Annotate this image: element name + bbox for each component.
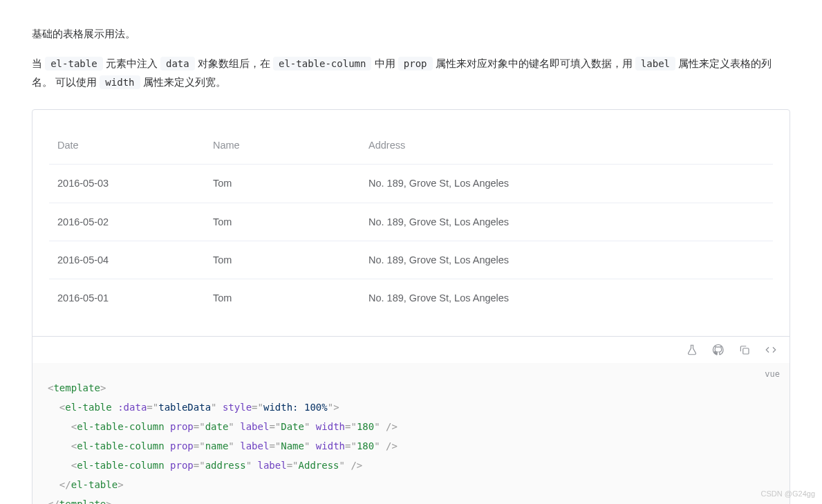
intro-line1: 基础的表格展示用法。	[32, 24, 790, 43]
watermark: CSDN @G24gg	[761, 487, 815, 501]
demo-body: Date Name Address 2016-05-03 Tom No. 189…	[32, 110, 790, 335]
table-row: 2016-05-04 Tom No. 189, Grove St, Los An…	[49, 241, 773, 279]
svg-rect-0	[743, 348, 749, 354]
code-label: label	[635, 57, 675, 71]
code-prop: prop	[398, 57, 433, 71]
demo-toolbar	[32, 336, 790, 363]
code-content: <template> <el-table :data="tableData" s…	[32, 363, 790, 504]
table-row: 2016-05-02 Tom No. 189, Grove St, Los An…	[49, 203, 773, 241]
cell-name: Tom	[205, 203, 360, 241]
demo-card: Date Name Address 2016-05-03 Tom No. 189…	[32, 109, 790, 504]
th-date: Date	[49, 127, 205, 165]
cell-date: 2016-05-01	[49, 279, 205, 317]
code-el-table-column: el-table-column	[273, 57, 371, 71]
code-block: vue <template> <el-table :data="tableDat…	[32, 363, 790, 504]
code-icon[interactable]	[765, 344, 777, 356]
cell-date: 2016-05-02	[49, 203, 205, 241]
code-el-table: el-table	[45, 57, 102, 71]
code-width: width	[100, 75, 140, 89]
table-row: 2016-05-01 Tom No. 189, Grove St, Los An…	[49, 279, 773, 317]
demo-table: Date Name Address 2016-05-03 Tom No. 189…	[49, 127, 773, 316]
cell-address: No. 189, Grove St, Los Angeles	[360, 203, 773, 241]
code-data: data	[160, 57, 195, 71]
table-row: 2016-05-03 Tom No. 189, Grove St, Los An…	[49, 165, 773, 203]
copy-icon[interactable]	[738, 344, 751, 356]
intro-line2: 当 el-table 元素中注入 data 对象数组后，在 el-table-c…	[32, 54, 790, 91]
code-lang-badge: vue	[765, 367, 780, 382]
cell-address: No. 189, Grove St, Los Angeles	[360, 279, 773, 317]
cell-name: Tom	[205, 165, 360, 203]
github-icon[interactable]	[712, 344, 725, 356]
cell-address: No. 189, Grove St, Los Angeles	[360, 241, 773, 279]
cell-date: 2016-05-03	[49, 165, 205, 203]
flask-icon[interactable]	[686, 344, 698, 356]
cell-name: Tom	[205, 241, 360, 279]
cell-date: 2016-05-04	[49, 241, 205, 279]
th-name: Name	[205, 127, 360, 165]
cell-name: Tom	[205, 279, 360, 317]
th-address: Address	[360, 127, 773, 165]
cell-address: No. 189, Grove St, Los Angeles	[360, 165, 773, 203]
